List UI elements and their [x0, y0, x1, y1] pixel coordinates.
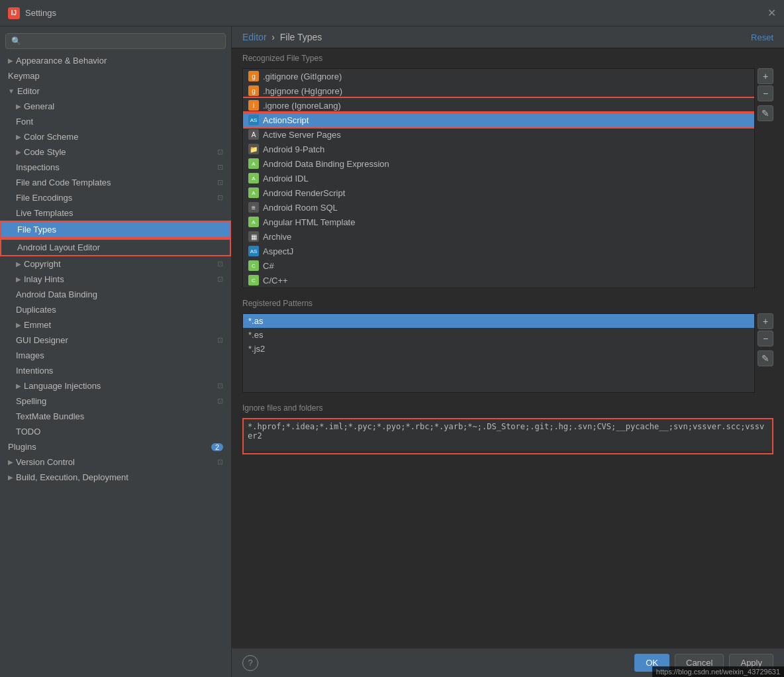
sidebar-item-spelling[interactable]: Spelling ⊡	[0, 393, 231, 409]
arrow-icon: ▶	[16, 321, 21, 329]
window-title: Settings	[25, 8, 56, 18]
sidebar-label: Font	[16, 117, 223, 127]
sidebar-item-file-encodings[interactable]: File Encodings ⊡	[0, 190, 231, 205]
sidebar-item-live-templates[interactable]: Live Templates	[0, 205, 231, 221]
search-input[interactable]	[5, 33, 226, 49]
sidebar-item-images[interactable]: Images	[0, 348, 231, 363]
file-type-item-gitignore[interactable]: g .gitignore (GitIgnore)	[243, 69, 754, 83]
file-type-label: C#	[263, 261, 274, 271]
arrow-icon: ▶	[16, 260, 21, 268]
pattern-item-3[interactable]: *.js2	[243, 342, 754, 356]
arrow-icon: ▶	[8, 474, 13, 481]
sidebar-item-build[interactable]: ▶ Build, Execution, Deployment	[0, 470, 231, 485]
patterns-list-container: *.as *.es *.js2 + − ✎	[242, 313, 773, 393]
sidebar-item-duplicates[interactable]: Duplicates	[0, 302, 231, 317]
sidebar-item-general[interactable]: ▶ General	[0, 99, 231, 114]
patterns-label: Registered Patterns	[242, 299, 773, 308]
file-type-label: Active Server Pages	[263, 130, 341, 140]
file-icon: AS	[248, 115, 259, 125]
watermark: https://blog.csdn.net/weixin_43729631	[652, 666, 784, 677]
sidebar-label: Emmet	[24, 320, 223, 330]
titlebar: IJ Settings ✕	[0, 0, 784, 26]
app-icon: IJ	[8, 7, 20, 19]
sidebar-item-copyright[interactable]: ▶ Copyright ⊡	[0, 256, 231, 272]
sidebar-item-android-data-binding[interactable]: Android Data Binding	[0, 287, 231, 302]
question-icon: ?	[248, 658, 252, 668]
close-button[interactable]: ✕	[767, 7, 776, 19]
pattern-item-1[interactable]: *.as	[243, 314, 754, 328]
sidebar-label: Spelling	[16, 396, 217, 406]
copy-icon: ⊡	[217, 148, 223, 156]
reset-button[interactable]: Reset	[751, 32, 773, 42]
sidebar-item-language-injections[interactable]: ▶ Language Injections ⊡	[0, 378, 231, 393]
file-type-item-android9patch[interactable]: 📁 Android 9-Patch	[243, 142, 754, 156]
file-type-item-android-idl[interactable]: A Android IDL	[243, 171, 754, 185]
file-type-item-csharp[interactable]: C C#	[243, 258, 754, 273]
sidebar-item-emmet[interactable]: ▶ Emmet	[0, 317, 231, 333]
sidebar-item-todo[interactable]: TODO	[0, 424, 231, 439]
file-type-label: .gitignore (GitIgnore)	[263, 72, 342, 81]
file-type-label: Android 9-Patch	[263, 144, 324, 154]
sidebar-item-file-code-templates[interactable]: File and Code Templates ⊡	[0, 175, 231, 190]
file-type-item-asp[interactable]: A Active Server Pages	[243, 127, 754, 142]
sidebar-item-font[interactable]: Font	[0, 114, 231, 129]
file-icon: C	[248, 275, 259, 286]
file-types-list-container: g .gitignore (GitIgnore) g .hgignore (Hg…	[242, 68, 773, 288]
remove-pattern-button[interactable]: −	[758, 331, 773, 346]
file-type-item-room-sql[interactable]: ≡ Android Room SQL	[243, 200, 754, 215]
file-type-item-aspectj[interactable]: AS AspectJ	[243, 244, 754, 258]
sidebar-label: Intentions	[16, 366, 223, 376]
sidebar-label: Editor	[17, 86, 223, 96]
breadcrumb: Editor › File Types	[242, 32, 322, 42]
file-type-label: .ignore (IgnoreLang)	[263, 101, 341, 111]
sidebar-item-version-control[interactable]: ▶ Version Control ⊡	[0, 454, 231, 470]
sidebar-item-android-layout[interactable]: Android Layout Editor	[0, 238, 231, 256]
file-icon: ≡	[248, 202, 259, 213]
sidebar-label: Inlay Hints	[24, 274, 217, 284]
file-type-item-archive[interactable]: ▦ Archive	[243, 229, 754, 244]
sidebar-item-file-types[interactable]: File Types	[0, 221, 231, 238]
file-type-item-renderscript[interactable]: A Android RenderScript	[243, 185, 754, 200]
sidebar-item-inlay-hints[interactable]: ▶ Inlay Hints ⊡	[0, 272, 231, 287]
file-type-item-hgignore[interactable]: g .hgignore (HgIgnore)	[243, 83, 754, 98]
ignore-textarea[interactable]: *.hprof;*.idea;*.iml;*.pyc;*.pyo;*.rbc;*…	[244, 419, 772, 451]
sidebar-item-textmate[interactable]: TextMate Bundles	[0, 409, 231, 424]
file-type-side-buttons: + − ✎	[758, 68, 773, 288]
arrow-icon: ▶	[8, 57, 13, 64]
copy-icon: ⊡	[217, 163, 223, 172]
sidebar-item-keymap[interactable]: Keymap	[0, 68, 231, 83]
arrow-icon: ▼	[8, 87, 15, 95]
file-type-item-cpp[interactable]: C C/C++	[243, 273, 754, 287]
arrow-icon: ▶	[16, 133, 21, 140]
file-icon: A	[248, 158, 259, 169]
sidebar-item-appearance[interactable]: ▶ Appearance & Behavior	[0, 53, 231, 68]
patterns-list[interactable]: *.as *.es *.js2	[242, 313, 755, 393]
pattern-side-buttons: + − ✎	[758, 313, 773, 393]
sidebar-item-plugins[interactable]: Plugins 2	[0, 439, 231, 454]
sidebar-item-color-scheme[interactable]: ▶ Color Scheme	[0, 129, 231, 144]
add-file-type-button[interactable]: +	[758, 68, 773, 84]
sidebar-label: Copyright	[24, 259, 217, 269]
sidebar-item-intentions[interactable]: Intentions	[0, 363, 231, 378]
breadcrumb-current: File Types	[280, 32, 322, 42]
sidebar-item-gui-designer[interactable]: GUI Designer ⊡	[0, 333, 231, 348]
pattern-item-2[interactable]: *.es	[243, 328, 754, 342]
ignore-section: Ignore files and folders	[232, 398, 784, 418]
breadcrumb-parent: Editor	[242, 32, 267, 42]
edit-pattern-button[interactable]: ✎	[758, 350, 773, 366]
file-type-item-actionscript[interactable]: AS ActionScript	[243, 113, 754, 127]
add-pattern-button[interactable]: +	[758, 313, 773, 329]
sidebar-item-inspections[interactable]: Inspections ⊡	[0, 160, 231, 175]
file-type-item-android-databinding[interactable]: A Android Data Binding Expression	[243, 156, 754, 171]
remove-file-type-button[interactable]: −	[758, 85, 773, 101]
help-button[interactable]: ?	[242, 655, 258, 671]
file-types-list[interactable]: g .gitignore (GitIgnore) g .hgignore (Hg…	[242, 68, 755, 288]
arrow-icon: ▶	[8, 458, 13, 466]
copy-icon: ⊡	[217, 397, 223, 405]
file-type-item-angular-html[interactable]: A Angular HTML Template	[243, 215, 754, 229]
edit-file-type-button[interactable]: ✎	[758, 105, 773, 121]
file-type-item-ignorelang[interactable]: i .ignore (IgnoreLang)	[243, 98, 754, 113]
sidebar-item-editor[interactable]: ▼ Editor	[0, 83, 231, 99]
sidebar-item-code-style[interactable]: ▶ Code Style ⊡	[0, 144, 231, 160]
sidebar-label: Inspections	[16, 162, 217, 172]
